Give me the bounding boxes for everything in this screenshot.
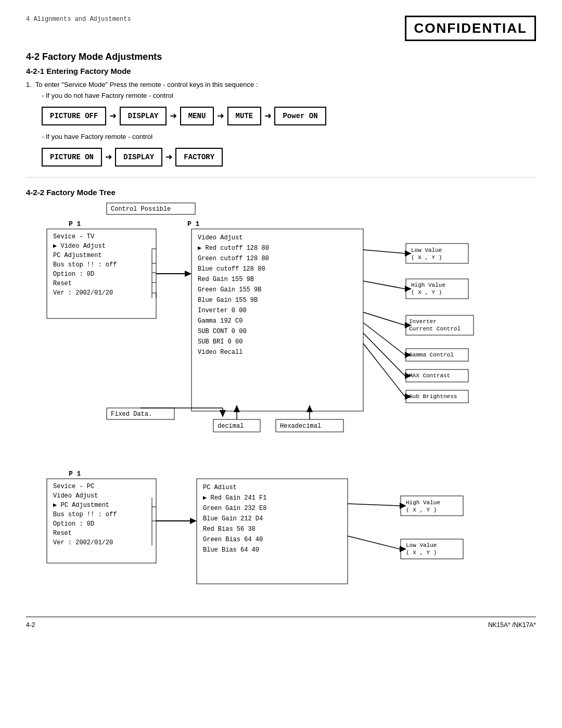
- svg-text:▶ PC Adjustment: ▶ PC Adjustment: [53, 502, 109, 509]
- confidential-label: CONFIDENTIAL: [405, 16, 536, 41]
- svg-text:SUB CONT        0  00: SUB CONT 0 00: [198, 328, 247, 335]
- svg-text:Reset: Reset: [53, 530, 72, 537]
- svg-text:Green cutoff  128  80: Green cutoff 128 80: [198, 255, 269, 262]
- svg-text:SUB BRI         0  00: SUB BRI 0 00: [198, 338, 242, 346]
- svg-text:Green Bias    64  40: Green Bias 64 40: [203, 536, 263, 543]
- tree-diagram-1: Control Possible P 1 P 1 Sevice - TV ▶ V…: [26, 202, 536, 457]
- svg-line-47: [363, 312, 405, 325]
- svg-text:Gamma          192 C0: Gamma 192 C0: [198, 317, 242, 325]
- svg-line-42: [363, 281, 405, 289]
- seq2-btn3: FACTORY: [175, 148, 223, 167]
- arrow-icon-5: ➜: [105, 150, 112, 164]
- section-title: 4-2 Factory Mode Adjustments: [26, 52, 536, 62]
- svg-line-51: [363, 323, 405, 355]
- svg-text:Option      : 0D: Option : 0D: [53, 520, 94, 528]
- svg-text:( X , Y ): ( X , Y ): [411, 254, 442, 261]
- svg-line-59: [363, 343, 405, 397]
- svg-text:Gamma Control: Gamma Control: [409, 352, 454, 358]
- svg-text:P 1: P 1: [187, 220, 200, 228]
- svg-line-99: [348, 504, 400, 506]
- breadcrumb: 4 Alignments and Adjustments: [26, 16, 131, 23]
- svg-text:▶ Red   Gain   241  F1: ▶ Red Gain 241 F1: [203, 494, 266, 502]
- arrow-icon-6: ➜: [165, 150, 172, 164]
- svg-text:Blue  Gain    155  9B: Blue Gain 155 9B: [198, 297, 258, 304]
- svg-text:Sevice - TV: Sevice - TV: [53, 233, 95, 240]
- svg-text:Inverter        0  00: Inverter 0 00: [198, 307, 247, 314]
- svg-text:Reset: Reset: [53, 280, 72, 287]
- svg-text:P 1: P 1: [69, 220, 81, 228]
- footer-model: NK15A* /NK17A*: [488, 621, 536, 629]
- svg-text:Blue  Gain   212  D4: Blue Gain 212 D4: [203, 515, 263, 522]
- svg-text:High Value: High Value: [406, 500, 440, 506]
- svg-text:Control Possible: Control Possible: [111, 206, 171, 213]
- arrow-icon-4: ➜: [264, 109, 271, 123]
- svg-text:P 1: P 1: [69, 470, 81, 478]
- svg-text:Sevice - PC: Sevice - PC: [53, 483, 94, 490]
- svg-text:Red   Gain    155  9B: Red Gain 155 9B: [198, 276, 254, 283]
- page-footer: 4-2 NK15A* /NK17A*: [26, 617, 536, 629]
- svg-text:Green Gain   232  E8: Green Gain 232 E8: [203, 505, 266, 512]
- instruction-text: 1. To enter "Service Mode" Press the rem…: [26, 81, 536, 88]
- svg-text:Green Gain    155  9B: Green Gain 155 9B: [198, 286, 261, 293]
- svg-line-55: [363, 333, 405, 376]
- svg-text:( X , Y ): ( X , Y ): [406, 550, 437, 556]
- arrow-icon-2: ➜: [170, 109, 176, 123]
- svg-text:Inverter: Inverter: [409, 318, 437, 325]
- svg-text:High Value: High Value: [411, 282, 445, 288]
- svg-text:Low Value: Low Value: [411, 247, 442, 253]
- footer-page-num: 4-2: [26, 621, 35, 629]
- svg-text:Video Adjust: Video Adjust: [53, 492, 98, 500]
- seq1-btn1: PICTURE OFF: [42, 107, 106, 125]
- svg-text:( X , Y ): ( X , Y ): [411, 289, 442, 296]
- sequence-1-row: PICTURE OFF ➜ DISPLAY ➜ MENU ➜ MUTE ➜ Po…: [42, 107, 536, 125]
- svg-text:Video Recall: Video Recall: [198, 349, 242, 356]
- svg-text:Blue  Bias    64  40: Blue Bias 64 40: [203, 546, 259, 554]
- arrow-icon-3: ➜: [217, 109, 224, 123]
- sequence-2-row: PICTURE ON ➜ DISPLAY ➜ FACTORY: [42, 148, 536, 167]
- seq1-btn2: DISPLAY: [120, 107, 167, 125]
- svg-text:▶ Red   cutoff  128  80: ▶ Red cutoff 128 80: [198, 245, 269, 252]
- svg-text:Hexadecimal: Hexadecimal: [280, 423, 321, 430]
- subsection-title-2: 4-2-2 Factory Mode Tree: [26, 188, 536, 197]
- arrow-icon-1: ➜: [109, 109, 116, 123]
- seq2-btn1: PICTURE ON: [42, 148, 102, 167]
- svg-marker-73: [220, 410, 226, 417]
- svg-text:PC Adjustment: PC Adjustment: [53, 252, 102, 259]
- svg-line-104: [348, 536, 400, 549]
- svg-text:Low Value: Low Value: [406, 542, 437, 548]
- note2-text: - If you have Factory remote - control: [42, 133, 536, 141]
- svg-text:Blue  cutoff  128  80: Blue cutoff 128 80: [198, 265, 265, 273]
- svg-text:Option      : 0D: Option : 0D: [53, 271, 94, 278]
- seq1-btn3: MENU: [180, 107, 214, 125]
- svg-text:( X , Y ): ( X , Y ): [406, 507, 437, 513]
- svg-text:Sub Brightness: Sub Brightness: [409, 393, 457, 400]
- svg-text:decimal: decimal: [218, 423, 244, 430]
- svg-text:Current Control: Current Control: [409, 326, 461, 332]
- svg-text:Fixed Data.: Fixed Data.: [111, 411, 152, 418]
- svg-text:Ver : 2002/01/20: Ver : 2002/01/20: [53, 539, 113, 546]
- seq1-btn4: MUTE: [227, 107, 262, 125]
- svg-line-37: [363, 250, 405, 253]
- page-header: 4 Alignments and Adjustments CONFIDENTIA…: [26, 16, 536, 41]
- tree-diagram-2: P 1 Sevice - PC Video Adjust ▶ PC Adjust…: [26, 462, 536, 618]
- subsection-title-1: 4-2-1 Entering Factory Mode: [26, 67, 536, 75]
- note1-text: - If you do not have Factory remote - co…: [42, 92, 536, 99]
- svg-marker-84: [190, 518, 197, 524]
- svg-text:Video Adjust: Video Adjust: [198, 234, 242, 241]
- svg-text:Bus stop !! : off: Bus stop !! : off: [53, 261, 117, 269]
- svg-text:Red   Bias    56  38: Red Bias 56 38: [203, 526, 256, 533]
- svg-marker-13: [185, 271, 191, 277]
- svg-text:MAX Contrast: MAX Contrast: [409, 373, 450, 379]
- svg-text:Ver : 2002/01/20: Ver : 2002/01/20: [53, 289, 113, 297]
- seq2-btn2: DISPLAY: [115, 148, 162, 167]
- seq1-btn5: Power ON: [274, 107, 326, 125]
- svg-text:▶ Video Adjust: ▶ Video Adjust: [53, 242, 106, 250]
- svg-text:PC Adiust: PC Adiust: [203, 484, 237, 491]
- svg-text:Bus stop !! : off: Bus stop !! : off: [53, 511, 117, 518]
